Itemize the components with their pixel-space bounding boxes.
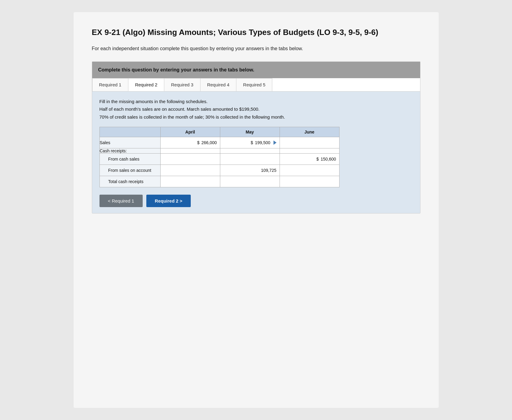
data-cell: $266,000: [160, 137, 220, 148]
cell-input[interactable]: [220, 154, 280, 165]
data-cell[interactable]: [280, 176, 339, 187]
data-cell: 109,725: [220, 165, 280, 176]
next-button[interactable]: Required 2 >: [146, 195, 191, 207]
tab-required-1[interactable]: Required 1: [92, 78, 128, 91]
cell-input[interactable]: [280, 165, 339, 176]
tab-required-2[interactable]: Required 2: [128, 78, 164, 91]
instruction-line: 70% of credit sales is collected in the …: [99, 113, 413, 121]
data-cell[interactable]: [280, 165, 339, 176]
cell-value: 266,000: [201, 140, 217, 145]
instructions: Fill in the missing amounts in the follo…: [99, 98, 413, 121]
instruction-line: Fill in the missing amounts in the follo…: [99, 98, 413, 106]
cell-value-container: 109,725: [220, 165, 280, 176]
cell-input[interactable]: [161, 176, 220, 187]
cell-input[interactable]: [280, 176, 339, 187]
main-title: EX 9-21 (Algo) Missing Amounts; Various …: [92, 27, 420, 38]
data-cell[interactable]: [160, 154, 220, 165]
table-header-row: AprilMayJune: [99, 127, 339, 137]
row-label: Total cash receipts: [99, 176, 160, 187]
empty-cell: [220, 148, 280, 154]
dollar-sign: $: [251, 140, 253, 145]
cell-value: 109,725: [261, 168, 277, 173]
table-row: From sales on account109,725: [99, 165, 339, 176]
col-header-april: April: [160, 127, 220, 137]
dollar-sign: $: [316, 157, 319, 161]
row-label: Cash receipts:: [99, 148, 160, 154]
triangle-icon: [273, 141, 277, 145]
cell-value-container: $150,600: [280, 154, 339, 165]
table-row: Total cash receipts: [99, 176, 339, 187]
cell-input[interactable]: [161, 154, 220, 165]
prev-button[interactable]: < Required 1: [99, 195, 143, 207]
empty-cell: [160, 148, 220, 154]
cell-value-container: $199,500: [220, 137, 280, 148]
col-header-label: [99, 127, 160, 137]
tab-required-4[interactable]: Required 4: [200, 78, 236, 91]
intro-text: For each independent situation complete …: [92, 45, 420, 52]
row-label: From sales on account: [99, 165, 160, 176]
table-row: From cash sales$150,600: [99, 154, 339, 165]
row-label: Sales: [99, 137, 160, 148]
table-row: Cash receipts:: [99, 148, 339, 154]
cell-value-container: $266,000: [161, 137, 220, 148]
question-box: Complete this question by entering your …: [92, 61, 420, 214]
cell-input[interactable]: [280, 137, 339, 148]
tabs-row: Required 1Required 2Required 3Required 4…: [92, 78, 420, 92]
data-table: AprilMayJune Sales$266,000$199,500Cash r…: [99, 127, 340, 187]
data-cell[interactable]: [280, 137, 339, 148]
instruction-line: Half of each month's sales are on accoun…: [99, 105, 413, 113]
col-header-june: June: [280, 127, 339, 137]
page-container: EX 9-21 (Algo) Missing Amounts; Various …: [74, 12, 439, 408]
empty-cell: [280, 148, 339, 154]
data-cell[interactable]: [160, 165, 220, 176]
cell-input[interactable]: [161, 165, 220, 176]
data-cell[interactable]: [160, 176, 220, 187]
cell-value: 199,500: [255, 140, 270, 145]
data-cell[interactable]: [220, 154, 280, 165]
data-cell: $150,600: [280, 154, 339, 165]
table-row: Sales$266,000$199,500: [99, 137, 339, 148]
nav-buttons: < Required 1 Required 2 >: [99, 195, 413, 207]
dollar-sign: $: [197, 140, 200, 145]
question-header: Complete this question by entering your …: [92, 62, 420, 78]
tab-required-5[interactable]: Required 5: [236, 78, 272, 91]
tab-required-3[interactable]: Required 3: [164, 78, 200, 91]
col-header-may: May: [220, 127, 280, 137]
cell-input[interactable]: [220, 176, 280, 187]
row-label: From cash sales: [99, 154, 160, 165]
data-cell[interactable]: [220, 176, 280, 187]
table-body: Sales$266,000$199,500Cash receipts:From …: [99, 137, 339, 187]
content-area: Fill in the missing amounts in the follo…: [92, 92, 420, 213]
cell-value: 150,600: [321, 157, 336, 161]
data-cell: $199,500: [220, 137, 280, 148]
